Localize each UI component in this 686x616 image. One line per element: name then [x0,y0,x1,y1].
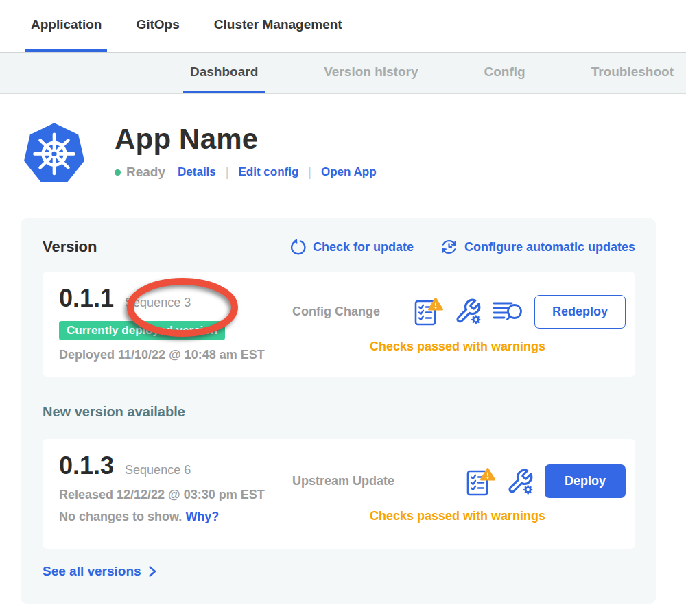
version-card: Version Check for update Configure autom… [21,218,656,604]
app-tab-bar: Dashboard Version history Config Trouble… [0,52,686,94]
open-app-link[interactable]: Open App [321,165,377,179]
current-version-sequence: Sequence 3 [125,296,191,310]
wrench-config-icon[interactable] [506,468,534,495]
check-for-update-label: Check for update [313,240,414,254]
current-version-number: 0.1.1 [59,284,114,313]
wrench-config-icon[interactable] [454,298,482,325]
nav-item-cluster-management[interactable]: Cluster Management [209,0,348,52]
link-divider: | [308,165,311,180]
deployed-timestamp: Deployed 11/10/22 @ 10:48 am EST [59,348,289,362]
preflight-checks-warning-icon[interactable] [466,466,496,497]
configure-automatic-updates-label: Configure automatic updates [464,240,635,254]
view-diff-icon[interactable] [492,299,523,324]
new-version-heading: New version available [43,404,635,420]
available-version-row: 0.1.3 Sequence 6 Released 12/12/22 @ 03:… [43,439,635,549]
released-timestamp: Released 12/12/22 @ 03:30 pm EST [59,488,289,502]
version-source-label: Upstream Update [292,474,394,488]
no-changes-text: No changes to show. [59,510,182,523]
available-version-sequence: Sequence 6 [125,463,191,477]
details-link[interactable]: Details [178,165,216,179]
nav-item-application[interactable]: Application [25,0,107,52]
check-for-update-button[interactable]: Check for update [289,238,414,256]
app-header: App Name Ready Details | Edit config | O… [0,94,686,187]
auto-update-clock-icon [440,237,458,257]
refresh-icon [289,238,307,256]
chevron-right-icon [148,565,156,578]
configure-automatic-updates-button[interactable]: Configure automatic updates [440,237,635,257]
version-source-label: Config Change [292,305,380,319]
tab-troubleshoot[interactable]: Troubleshoot [584,53,681,93]
available-version-number: 0.1.3 [59,451,114,480]
nav-item-gitops[interactable]: GitOps [130,0,185,52]
see-all-versions-label: See all versions [43,564,141,579]
current-version-row: 0.1.1 Sequence 3 Currently deployed vers… [43,272,635,377]
ready-status-dot [115,169,121,176]
deploy-button[interactable]: Deploy [545,464,626,498]
preflight-checks-warning-icon[interactable] [414,296,444,327]
see-all-versions-link[interactable]: See all versions [43,564,156,579]
kubernetes-logo-icon [23,120,86,187]
redeploy-button[interactable]: Redeploy [534,295,626,329]
checks-status-text[interactable]: Checks passed with warnings [289,509,626,523]
version-card-title: Version [43,238,97,256]
link-divider: | [226,165,229,180]
checks-status-text[interactable]: Checks passed with warnings [289,340,626,354]
tab-dashboard[interactable]: Dashboard [183,53,265,93]
currently-deployed-badge: Currently deployed version [59,321,225,340]
app-status: Ready [126,165,165,180]
tab-version-history[interactable]: Version history [317,53,425,93]
tab-config[interactable]: Config [477,53,532,93]
why-link[interactable]: Why? [185,510,219,523]
edit-config-link[interactable]: Edit config [238,165,298,179]
primary-nav: Application GitOps Cluster Management [0,0,686,52]
app-title: App Name [115,123,377,156]
